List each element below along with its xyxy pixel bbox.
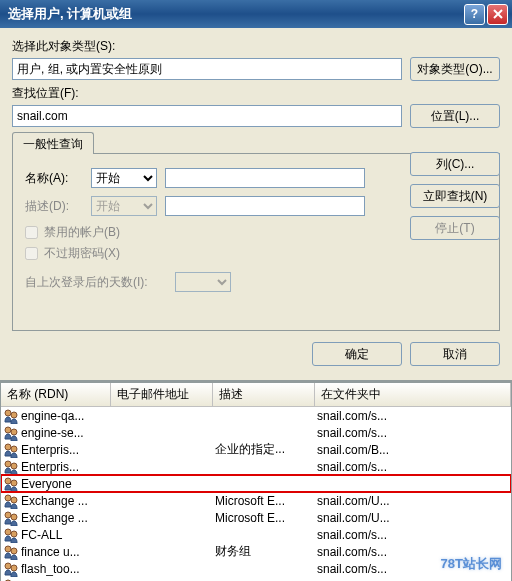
svg-point-3 [5,410,11,416]
cell-desc: 财务组 [215,543,317,560]
group-icon [3,527,19,542]
group-icon [3,425,19,440]
bottom-buttons: 确定 取消 [12,342,500,366]
results-header: 名称 (RDN) 电子邮件地址 描述 在文件夹中 [1,383,511,407]
columns-button[interactable]: 列(C)... [410,152,500,176]
cell-folder: snail.com/s... [317,460,511,474]
desc-input [165,196,365,216]
disabled-accounts-checkbox [25,226,38,239]
tab-common-queries[interactable]: 一般性查询 [12,132,94,154]
col-name[interactable]: 名称 (RDN) [1,383,111,406]
desc-label: 描述(D): [25,198,91,215]
table-row[interactable]: FC-ALLsnail.com/s... [1,526,511,543]
cell-desc: 企业的指定... [215,441,317,458]
cell-name: FC-ALL [21,528,113,542]
table-row[interactable]: Enterpris...snail.com/s... [1,458,511,475]
cell-name: engine-qa... [21,409,113,423]
location-label: 查找位置(F): [12,85,500,102]
svg-point-8 [11,446,17,452]
table-row[interactable]: Everyone [1,475,511,492]
cell-name: Everyone [21,477,113,491]
group-icon [3,493,19,508]
svg-point-11 [5,478,11,484]
disabled-accounts-label: 禁用的帐户(B) [44,224,120,241]
group-icon [3,544,19,559]
svg-point-18 [11,531,17,537]
ok-button[interactable]: 确定 [312,342,402,366]
svg-point-17 [5,529,11,535]
svg-point-15 [5,512,11,518]
watermark: 78T站长网 [437,553,506,575]
group-icon [3,459,19,474]
svg-point-4 [11,412,17,418]
close-icon [493,9,503,19]
table-row[interactable]: engine-se...snail.com/s... [1,424,511,441]
col-desc[interactable]: 描述 [213,383,315,406]
cell-folder: snail.com/s... [317,528,511,542]
table-row[interactable]: engine-qa...snail.com/s... [1,407,511,424]
tab-strip: 一般性查询 [12,132,500,154]
cell-name: Exchange ... [21,511,113,525]
days-dropdown [175,272,231,292]
cell-desc: Microsoft E... [215,511,317,525]
side-buttons: 列(C)... 立即查找(N) 停止(T) [410,152,500,240]
group-icon [3,510,19,525]
find-now-button[interactable]: 立即查找(N) [410,184,500,208]
cell-folder: snail.com/U... [317,511,511,525]
help-button[interactable]: ? [464,4,485,25]
svg-point-6 [11,429,17,435]
no-expire-checkbox [25,247,38,260]
svg-point-10 [11,463,17,469]
object-type-label: 选择此对象类型(S): [12,38,500,55]
cancel-button[interactable]: 取消 [410,342,500,366]
object-type-input[interactable] [12,58,402,80]
group-icon [3,561,19,576]
cell-name: Exchange ... [21,494,113,508]
locations-button[interactable]: 位置(L)... [410,104,500,128]
dialog-body: 选择此对象类型(S): 对象类型(O)... 查找位置(F): 位置(L)...… [0,28,512,374]
object-types-button[interactable]: 对象类型(O)... [410,57,500,81]
group-icon [3,408,19,423]
cell-folder: snail.com/B... [317,443,511,457]
cell-folder: snail.com/s... [317,426,511,440]
cell-name: engine-se... [21,426,113,440]
group-icon [3,442,19,457]
cell-name: finance u... [21,545,113,559]
svg-point-9 [5,461,11,467]
table-row[interactable]: flash_too...snail.com/s... [1,560,511,577]
svg-point-14 [11,497,17,503]
cell-name: Enterpris... [21,460,113,474]
name-input[interactable] [165,168,365,188]
no-expire-label: 不过期密码(X) [44,245,120,262]
cell-folder: snail.com/U... [317,494,511,508]
svg-point-12 [11,480,17,486]
svg-point-19 [5,546,11,552]
days-since-login-label: 自上次登录后的天数(I): [25,274,175,291]
svg-point-21 [5,563,11,569]
desc-mode-dropdown: 开始 [91,196,157,216]
stop-button: 停止(T) [410,216,500,240]
svg-point-22 [11,565,17,571]
name-mode-dropdown[interactable]: 开始 [91,168,157,188]
location-input[interactable] [12,105,402,127]
svg-point-16 [11,514,17,520]
close-button[interactable] [487,4,508,25]
cell-desc: Microsoft E... [215,494,317,508]
col-email[interactable]: 电子邮件地址 [111,383,213,406]
title-bar: 选择用户, 计算机或组 ? [0,0,512,28]
table-row[interactable]: Exchange ...Microsoft E...snail.com/U... [1,492,511,509]
cell-name: Enterpris... [21,443,113,457]
group-icon [3,476,19,491]
col-folder[interactable]: 在文件夹中 [315,383,511,406]
table-row[interactable]: Enterpris...企业的指定...snail.com/B... [1,441,511,458]
cell-folder: snail.com/s... [317,409,511,423]
results-list[interactable]: 名称 (RDN) 电子邮件地址 描述 在文件夹中 engine-qa...sna… [0,382,512,581]
table-row[interactable]: Exchange ...Microsoft E...snail.com/U... [1,509,511,526]
table-row[interactable]: flash_too...snail.com/s... [1,577,511,581]
svg-point-13 [5,495,11,501]
svg-point-20 [11,548,17,554]
cell-name: flash_too... [21,562,113,576]
svg-point-5 [5,427,11,433]
window-title: 选择用户, 计算机或组 [4,5,462,23]
table-row[interactable]: finance u...财务组snail.com/s... [1,543,511,560]
